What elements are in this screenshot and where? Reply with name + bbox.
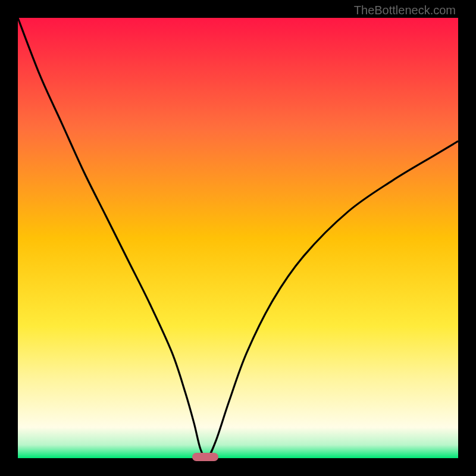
watermark-label: TheBottleneck.com xyxy=(354,4,456,17)
chart-svg xyxy=(18,18,458,458)
chart-background xyxy=(18,18,458,458)
plot-area xyxy=(18,18,458,458)
minimum-marker xyxy=(192,453,218,461)
